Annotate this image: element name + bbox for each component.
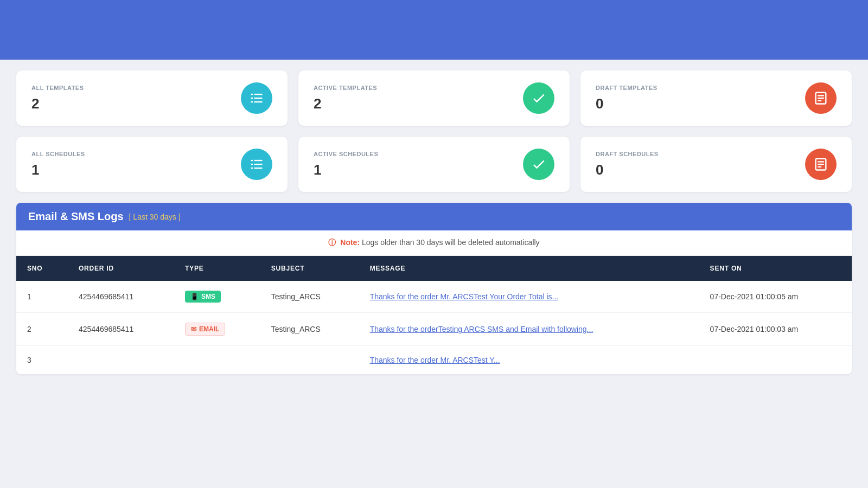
table-row: 3Thanks for the order Mr. ARCSTest Y... xyxy=(16,346,852,375)
svg-rect-5 xyxy=(254,101,262,102)
message-link[interactable]: Thanks for the order Mr. ARCSTest Y... xyxy=(370,356,500,364)
svg-rect-17 xyxy=(818,161,824,162)
logs-subtitle: [ Last 30 days ] xyxy=(129,213,181,221)
cell-sno: 2 xyxy=(16,313,68,346)
col-header-sno: SNO xyxy=(16,256,68,281)
svg-rect-4 xyxy=(251,101,253,102)
message-link[interactable]: Thanks for the order Mr. ARCSTest Your O… xyxy=(370,292,559,301)
svg-rect-11 xyxy=(254,160,262,161)
stat-label-draft-schedules: DRAFT SCHEDULES xyxy=(596,151,659,157)
note-bold: Note: xyxy=(340,238,360,247)
stat-card-draft-schedules: DRAFT SCHEDULES0 xyxy=(580,137,852,192)
stat-info-all-schedules: ALL SCHEDULES1 xyxy=(31,151,85,178)
col-header-type: TYPE xyxy=(174,256,260,281)
svg-rect-12 xyxy=(251,164,253,165)
logs-header: Email & SMS Logs [ Last 30 days ] xyxy=(16,203,852,230)
logs-table-header: SNOORDER IDTYPESUBJECTMESSAGESENT ON xyxy=(16,256,852,281)
cell-type xyxy=(174,346,260,375)
col-header-message: MESSAGE xyxy=(359,256,699,281)
stat-card-active-templates: ACTIVE TEMPLATES2 xyxy=(298,70,570,126)
svg-rect-2 xyxy=(251,98,253,99)
stat-card-all-templates: ALL TEMPLATES2 xyxy=(16,70,288,126)
badge-email: ✉ EMAIL xyxy=(185,323,225,336)
stat-card-all-schedules: ALL SCHEDULES1 xyxy=(16,137,288,192)
stat-icon-active-templates xyxy=(523,82,554,114)
stat-value-all-schedules: 1 xyxy=(31,162,85,178)
stat-value-active-templates: 2 xyxy=(314,95,377,112)
stat-info-draft-templates: DRAFT TEMPLATES0 xyxy=(596,85,658,112)
logs-title: Email & SMS Logs xyxy=(28,210,124,223)
stat-value-draft-templates: 0 xyxy=(596,95,658,112)
stat-label-active-templates: ACTIVE TEMPLATES xyxy=(314,85,377,91)
stat-icon-all-schedules xyxy=(241,149,272,180)
cell-sno: 1 xyxy=(16,281,68,313)
col-header-order-id: ORDER ID xyxy=(68,256,174,281)
svg-rect-13 xyxy=(254,164,262,165)
stat-card-draft-templates: DRAFT TEMPLATES0 xyxy=(580,70,852,126)
svg-rect-0 xyxy=(251,94,253,95)
cell-sent-on: 07-Dec-2021 01:00:05 am xyxy=(699,281,852,313)
svg-rect-10 xyxy=(251,160,253,161)
svg-rect-3 xyxy=(254,98,262,99)
table-row: 14254469685411📱 SMSTesting_ARCSThanks fo… xyxy=(16,281,852,313)
logs-header-row: SNOORDER IDTYPESUBJECTMESSAGESENT ON xyxy=(16,256,852,281)
logs-table: SNOORDER IDTYPESUBJECTMESSAGESENT ON 142… xyxy=(16,256,852,374)
stat-icon-all-templates xyxy=(241,82,272,114)
cell-message[interactable]: Thanks for the orderTesting ARCS SMS and… xyxy=(359,313,699,346)
cell-subject: Testing_ARCS xyxy=(260,281,359,313)
stat-label-draft-templates: DRAFT TEMPLATES xyxy=(596,85,658,91)
stat-value-all-templates: 2 xyxy=(31,95,84,112)
stat-info-active-templates: ACTIVE TEMPLATES2 xyxy=(314,85,377,112)
cell-sent-on xyxy=(699,346,852,375)
stat-label-all-schedules: ALL SCHEDULES xyxy=(31,151,85,157)
col-header-sent-on: SENT ON xyxy=(699,256,852,281)
stat-label-active-schedules: ACTIVE SCHEDULES xyxy=(314,151,378,157)
mobile-icon: 📱 xyxy=(190,293,199,300)
stat-value-draft-schedules: 0 xyxy=(596,162,659,178)
stat-info-active-schedules: ACTIVE SCHEDULES1 xyxy=(314,151,378,178)
svg-rect-15 xyxy=(254,168,262,169)
message-link[interactable]: Thanks for the orderTesting ARCS SMS and… xyxy=(370,325,593,333)
stat-card-active-schedules: ACTIVE SCHEDULES1 xyxy=(298,137,570,192)
stat-icon-draft-schedules xyxy=(805,149,837,180)
cell-sent-on: 07-Dec-2021 01:00:03 am xyxy=(699,313,852,346)
cell-sno: 3 xyxy=(16,346,68,375)
email-icon: ✉ xyxy=(191,325,196,333)
svg-rect-14 xyxy=(251,168,253,169)
schedules-stats-grid: ALL SCHEDULES1 ACTIVE SCHEDULES1 DRAFT S… xyxy=(16,137,852,192)
svg-rect-9 xyxy=(818,100,821,101)
svg-rect-7 xyxy=(818,95,824,96)
templates-stats-grid: ALL TEMPLATES2 ACTIVE TEMPLATES2 DRAFT T… xyxy=(16,70,852,126)
top-bar xyxy=(0,0,868,60)
stat-info-draft-schedules: DRAFT SCHEDULES0 xyxy=(596,151,659,178)
cell-subject xyxy=(260,346,359,375)
stat-icon-draft-templates xyxy=(805,82,837,114)
svg-rect-19 xyxy=(818,166,821,168)
cell-message[interactable]: Thanks for the order Mr. ARCSTest Y... xyxy=(359,346,699,375)
stat-value-active-schedules: 1 xyxy=(314,162,378,178)
cell-order-id: 4254469685411 xyxy=(68,313,174,346)
col-header-subject: SUBJECT xyxy=(260,256,359,281)
logs-section: Email & SMS Logs [ Last 30 days ] ⓘ Note… xyxy=(16,203,852,374)
svg-rect-1 xyxy=(254,94,262,95)
main-content: ALL TEMPLATES2 ACTIVE TEMPLATES2 DRAFT T… xyxy=(0,60,868,385)
svg-rect-8 xyxy=(818,98,824,99)
svg-rect-18 xyxy=(818,164,824,165)
info-icon: ⓘ xyxy=(328,238,336,247)
stat-icon-active-schedules xyxy=(523,149,554,180)
cell-subject: Testing_ARCS xyxy=(260,313,359,346)
badge-sms: 📱 SMS xyxy=(185,291,221,303)
table-row: 24254469685411✉ EMAILTesting_ARCSThanks … xyxy=(16,313,852,346)
cell-type: ✉ EMAIL xyxy=(174,313,260,346)
stat-label-all-templates: ALL TEMPLATES xyxy=(31,85,84,91)
cell-type: 📱 SMS xyxy=(174,281,260,313)
logs-note: ⓘ Note: Logs older than 30 days will be … xyxy=(16,230,852,256)
cell-message[interactable]: Thanks for the order Mr. ARCSTest Your O… xyxy=(359,281,699,313)
stat-info-all-templates: ALL TEMPLATES2 xyxy=(31,85,84,112)
logs-table-body: 14254469685411📱 SMSTesting_ARCSThanks fo… xyxy=(16,281,852,374)
cell-order-id xyxy=(68,346,174,375)
cell-order-id: 4254469685411 xyxy=(68,281,174,313)
note-text: Logs older than 30 days will be deleted … xyxy=(362,238,540,247)
